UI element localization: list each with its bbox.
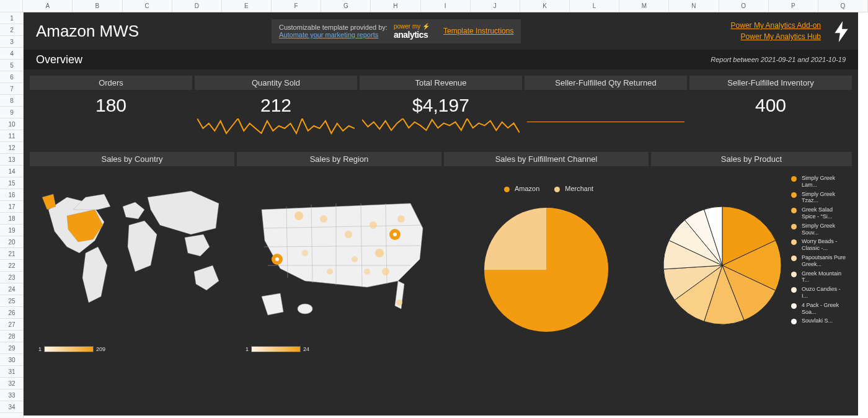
row-header[interactable]: 33 [0, 389, 24, 401]
row-header[interactable]: 26 [0, 307, 24, 319]
chart-title: Sales by Fulfillment Channel [444, 152, 649, 166]
row-header[interactable]: 27 [0, 319, 24, 331]
svg-point-15 [345, 231, 352, 238]
world-map[interactable]: 1 209 [30, 166, 234, 358]
col-header[interactable]: N [669, 0, 719, 12]
row-header[interactable]: 32 [0, 378, 24, 389]
overview-label: Overview [36, 53, 82, 66]
provider-logo: power my ⚡ analytics [394, 23, 430, 40]
chart-title: Sales by Region [237, 152, 441, 166]
row-header[interactable]: 11 [0, 130, 24, 142]
row-header[interactable]: 1 [0, 12, 24, 24]
col-header[interactable]: P [769, 0, 818, 12]
row-header[interactable]: 18 [0, 213, 24, 225]
charts-row: Sales by Country [24, 146, 858, 358]
col-header[interactable]: B [73, 0, 122, 12]
bolt-icon: ⚡ [422, 23, 430, 30]
dashboard: Amazon MWS Customizable template provide… [24, 12, 858, 416]
sparkline [30, 118, 192, 146]
col-header[interactable]: O [719, 0, 769, 12]
row-header[interactable]: 25 [0, 295, 24, 307]
row-header[interactable]: 9 [0, 107, 24, 118]
metric-card: Quantity Sold212 [195, 76, 357, 146]
chart-sales-country: Sales by Country [30, 152, 234, 358]
hub-link[interactable]: Power My Analytics Hub [731, 31, 821, 42]
col-header[interactable]: K [520, 0, 570, 12]
row-header[interactable]: 16 [0, 189, 24, 201]
dashboard-header: Amazon MWS Customizable template provide… [24, 12, 858, 50]
svg-point-18 [397, 215, 405, 223]
row-header[interactable]: 19 [0, 225, 24, 236]
row-header[interactable]: 14 [0, 166, 24, 177]
col-header[interactable]: H [371, 0, 420, 12]
col-header[interactable]: A [23, 0, 73, 12]
sparkline [525, 97, 687, 125]
spreadsheet-column-headers: ABCDEFGHIJKLMNOPQ [0, 0, 868, 12]
country-scale: 1 209 [38, 346, 105, 352]
col-header[interactable]: C [123, 0, 172, 12]
row-header[interactable]: 3 [0, 36, 24, 48]
col-header[interactable]: L [570, 0, 619, 12]
product-pie[interactable]: Simply Greek Lam...Simply Greek Tzaz...G… [651, 166, 852, 358]
automate-link[interactable]: Automate your marketing reports [279, 31, 388, 38]
chart-sales-product: Sales by Product Simply Greek Lam...Simp… [651, 152, 852, 358]
legend-item: Greek Mountain T... [791, 270, 847, 284]
us-map[interactable]: 1 24 [237, 166, 441, 358]
row-header[interactable]: 12 [0, 142, 24, 154]
row-header[interactable]: 10 [0, 118, 24, 130]
template-info-box: Customizable template provided by: Autom… [272, 19, 521, 43]
corner-cell[interactable] [0, 0, 23, 12]
svg-point-14 [320, 215, 327, 223]
row-header[interactable]: 2 [0, 24, 24, 36]
region-scale: 1 24 [246, 346, 309, 352]
report-range: Report between 2021-09-21 and 2021-10-19 [711, 56, 846, 63]
legend-item: Simply Greek Souv... [791, 223, 847, 236]
col-header[interactable]: M [619, 0, 669, 12]
row-header[interactable]: 13 [0, 154, 24, 166]
bolt-icon-large [833, 21, 849, 42]
row-header[interactable]: 6 [0, 71, 24, 83]
col-header[interactable]: F [272, 0, 321, 12]
svg-point-17 [375, 249, 384, 257]
channel-pie[interactable]: AmazonMerchant [444, 166, 649, 358]
col-header[interactable]: Q [818, 0, 868, 12]
chart-sales-region: Sales by Region [237, 152, 441, 358]
row-header[interactable]: 34 [0, 401, 24, 413]
legend-item: 4 Pack - Greek Soa... [791, 302, 847, 316]
row-header[interactable]: 21 [0, 248, 24, 260]
col-header[interactable]: J [471, 0, 520, 12]
legend-item: Worry Beads - Classic -... [791, 238, 847, 252]
col-header[interactable]: D [172, 0, 222, 12]
row-header[interactable]: 28 [0, 331, 24, 342]
svg-point-12 [393, 233, 397, 236]
metric-value: 212 [195, 90, 357, 118]
row-header[interactable]: 30 [0, 354, 24, 366]
col-header[interactable]: E [222, 0, 272, 12]
legend-item: Ouzo Candies - I... [791, 286, 847, 300]
sparkline [360, 118, 522, 146]
svg-point-16 [370, 221, 377, 229]
row-header[interactable]: 29 [0, 342, 24, 354]
row-header[interactable]: 31 [0, 366, 24, 378]
addon-link[interactable]: Power My Analytics Add-on [731, 20, 821, 31]
row-header[interactable]: 7 [0, 83, 24, 95]
svg-point-20 [396, 300, 402, 306]
metric-value: 400 [689, 90, 852, 118]
row-header[interactable]: 22 [0, 260, 24, 272]
legend-item: Souvlaki S... [791, 318, 847, 324]
row-header[interactable]: 5 [0, 60, 24, 71]
row-header[interactable]: 24 [0, 283, 24, 295]
row-header[interactable]: 8 [0, 95, 24, 107]
row-header[interactable]: 4 [0, 48, 24, 60]
row-header[interactable]: 15 [0, 177, 24, 189]
row-header[interactable]: 20 [0, 236, 24, 248]
col-header[interactable]: I [421, 0, 471, 12]
col-header[interactable]: G [321, 0, 371, 12]
metric-card: Seller-Fulfilled Inventory400 [689, 76, 852, 146]
row-header[interactable]: 23 [0, 272, 24, 283]
sparkline [195, 118, 357, 146]
template-instructions-link[interactable]: Template Instructions [443, 27, 513, 35]
row-header[interactable]: 17 [0, 201, 24, 213]
chart-sales-channel: Sales by Fulfillment Channel AmazonMerch… [444, 152, 649, 358]
metric-card: Orders180 [30, 76, 192, 146]
